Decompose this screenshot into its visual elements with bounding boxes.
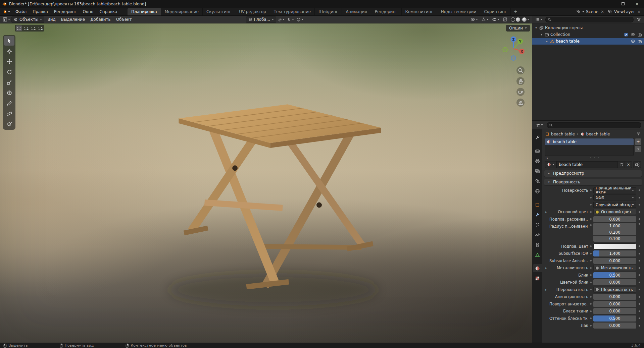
slider-field[interactable]: 0.500: [593, 315, 636, 322]
camera-icon[interactable]: [638, 33, 642, 37]
overlays-dropdown[interactable]: [491, 16, 500, 23]
animate-decorator-icon[interactable]: [638, 260, 641, 262]
proportional-edit-button[interactable]: [295, 16, 304, 23]
snap-button[interactable]: [286, 16, 295, 23]
add-workspace-button[interactable]: +: [511, 8, 520, 15]
transform-orientation-dropdown[interactable]: Глоба...: [246, 16, 277, 23]
xray-toggle[interactable]: [502, 16, 508, 23]
gizmos-dropdown[interactable]: [480, 16, 490, 23]
animate-decorator-icon[interactable]: [638, 310, 641, 312]
options-dropdown[interactable]: Опции: [506, 25, 530, 32]
use-nodes-button[interactable]: [633, 161, 641, 168]
slot-specials-button[interactable]: [635, 146, 641, 152]
animate-decorator-icon[interactable]: [638, 274, 641, 276]
properties-tab-render[interactable]: [533, 147, 542, 155]
socket-field[interactable]: Основной цвет: [593, 209, 636, 215]
panel-preview[interactable]: ▸ Предпросмотр: [544, 170, 642, 177]
perspective-toggle-button[interactable]: [516, 99, 525, 107]
outliner-editor-type-button[interactable]: [534, 16, 543, 23]
camera-icon[interactable]: [638, 39, 642, 44]
animate-decorator-icon[interactable]: [638, 289, 641, 290]
select-mode-subtract-button[interactable]: −: [30, 25, 36, 31]
animate-decorator-icon[interactable]: [638, 189, 641, 191]
app-menu-3[interactable]: Окно: [80, 8, 97, 15]
add-slot-button[interactable]: +: [635, 138, 641, 145]
animate-decorator-icon[interactable]: [638, 223, 641, 225]
pivot-point-button[interactable]: [277, 16, 286, 23]
workspace-tab-4[interactable]: Текстурирование: [270, 8, 315, 15]
workspace-tab-8[interactable]: Композитинг: [402, 8, 437, 15]
material-browse-dropdown[interactable]: [545, 161, 556, 168]
animate-decorator-icon[interactable]: [638, 325, 641, 327]
tool-select-box[interactable]: [4, 36, 14, 46]
properties-tab-modifiers[interactable]: [533, 211, 542, 219]
dropdown-field[interactable]: Принципиальный BSDF: [593, 187, 636, 193]
tool-cursor[interactable]: [4, 46, 14, 56]
outliner-row-beach-table[interactable]: ▸ beach table: [532, 38, 644, 45]
unlink-material-button[interactable]: ×: [625, 161, 632, 168]
slot-list-grip[interactable]: ▸ • • •: [543, 156, 643, 160]
maximize-button[interactable]: [616, 0, 630, 8]
socket-field[interactable]: Металличность: [593, 265, 636, 271]
animate-decorator-icon[interactable]: [638, 282, 641, 283]
checkbox-icon[interactable]: [624, 33, 628, 37]
material-name-field[interactable]: beach table: [556, 161, 618, 168]
properties-tab-view-layer[interactable]: [533, 167, 542, 175]
select-mode-new-button[interactable]: [16, 25, 22, 31]
pin-button[interactable]: [636, 131, 641, 137]
animate-decorator-icon[interactable]: [638, 204, 641, 206]
animate-decorator-icon[interactable]: [638, 296, 641, 298]
blender-menu-button[interactable]: [0, 8, 12, 15]
viewport-menu-3[interactable]: Объект: [113, 17, 135, 22]
camera-view-button[interactable]: [516, 88, 525, 96]
expander-icon[interactable]: ▸: [545, 40, 549, 43]
color-swatch[interactable]: [593, 243, 636, 249]
workspace-tab-10[interactable]: Скриптинг: [480, 8, 511, 15]
workspace-tab-5[interactable]: Шейдинг: [315, 8, 342, 15]
number-field[interactable]: 1.000: [593, 223, 636, 229]
animate-decorator-icon[interactable]: [638, 211, 641, 213]
number-field[interactable]: 0.000: [593, 294, 636, 300]
viewport-canvas[interactable]: + − ∩ Опции: [0, 23, 532, 343]
material-slot-row[interactable]: beach table: [545, 138, 634, 145]
tool-measure[interactable]: [4, 109, 14, 118]
expander-icon[interactable]: ▸: [544, 288, 548, 291]
outliner-row-collection[interactable]: ▾ Collection: [532, 31, 644, 38]
number-field[interactable]: 0.000: [593, 216, 636, 222]
properties-tab-object[interactable]: [533, 200, 542, 209]
tool-transform[interactable]: [4, 88, 14, 98]
visibility-dropdown[interactable]: [469, 16, 479, 23]
properties-editor-type-button[interactable]: [535, 122, 544, 128]
workspace-tab-3[interactable]: UV-редактор: [235, 8, 270, 15]
expander-icon[interactable]: ▾: [534, 26, 538, 30]
expander-icon[interactable]: ▸: [544, 266, 548, 270]
unlink-scene-icon[interactable]: ×: [600, 9, 605, 14]
eye-icon[interactable]: [631, 32, 635, 37]
outliner-row-scene-collection[interactable]: ▾ Коллекция сцены: [532, 24, 644, 31]
minimize-button[interactable]: [602, 0, 616, 8]
select-mode-extend-button[interactable]: +: [23, 25, 29, 31]
app-menu-2[interactable]: Рендеринг: [51, 8, 80, 15]
eye-icon[interactable]: [631, 39, 635, 44]
properties-search-input[interactable]: [547, 122, 641, 128]
properties-tab-world[interactable]: [533, 187, 542, 195]
shading-rendered-button[interactable]: [522, 17, 527, 22]
shading-wireframe-button[interactable]: [511, 17, 515, 22]
panel-surface[interactable]: ▾ Поверхность: [544, 179, 642, 185]
socket-field[interactable]: Шероховатость: [593, 287, 636, 293]
expander-icon[interactable]: ▸: [544, 210, 548, 214]
number-field[interactable]: 0.000: [593, 279, 636, 285]
scene-selector[interactable]: Scene ×: [576, 9, 605, 14]
shading-material-button[interactable]: [521, 19, 522, 20]
animate-decorator-icon[interactable]: [638, 267, 641, 269]
editor-type-button[interactable]: [2, 16, 11, 23]
viewport-menu-2[interactable]: Добавить: [88, 17, 113, 22]
properties-tab-physics[interactable]: [533, 231, 542, 239]
tool-annotate[interactable]: [4, 98, 14, 108]
tool-move[interactable]: [4, 57, 14, 66]
outliner-filter-button[interactable]: [636, 16, 642, 23]
gizmo-z-neg-axis[interactable]: [511, 56, 516, 60]
animate-decorator-icon[interactable]: [638, 197, 641, 198]
animate-decorator-icon[interactable]: [638, 253, 641, 254]
zoom-button[interactable]: [516, 66, 525, 74]
